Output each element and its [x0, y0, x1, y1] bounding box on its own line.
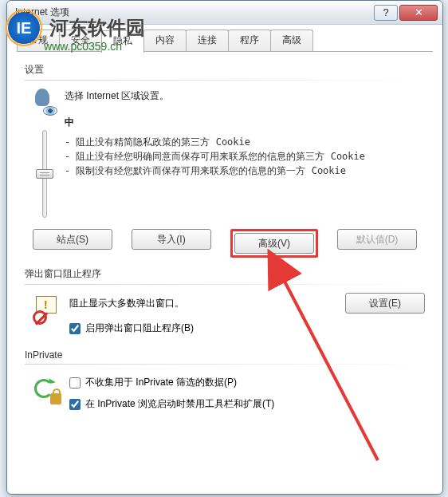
enable-popup-blocker-checkbox[interactable]: [69, 323, 81, 334]
select-zone-text: 选择 Internet 区域设置。: [65, 89, 425, 104]
tab-content-area: 设置 选择 Internet 区域设置。 中 - 阻止没有精简隐私政策的第三方 …: [7, 52, 442, 422]
divider: [25, 80, 425, 81]
internet-options-dialog: Internet 选项 ? ✕ 常规 安全 隐私 内容 连接 程序 高级 设置: [6, 0, 443, 495]
default-button: 默认值(D): [337, 229, 417, 250]
import-button[interactable]: 导入(I): [132, 229, 211, 250]
inprivate-no-collect-label: 不收集用于 InPrivate 筛选的数据(P): [85, 376, 237, 389]
divider: [25, 364, 425, 365]
tab-content[interactable]: 内容: [143, 30, 187, 52]
privacy-level-name: 中: [65, 115, 425, 130]
help-button[interactable]: ?: [374, 5, 398, 21]
titlebar: Internet 选项 ? ✕: [7, 1, 442, 25]
popup-blocker-group-label: 弹出窗口阻止程序: [25, 267, 425, 281]
sites-button[interactable]: 站点(S): [33, 229, 112, 250]
policy-item: - 阻止没有经您明确同意而保存可用来联系您的信息的第三方 Cookie: [65, 149, 425, 164]
inprivate-no-collect-checkbox[interactable]: [69, 377, 81, 389]
tab-general[interactable]: 常规: [17, 30, 60, 52]
inprivate-icon: [33, 376, 61, 404]
inprivate-disable-toolbars-label: 在 InPrivate 浏览启动时禁用工具栏和扩展(T): [85, 397, 274, 411]
privacy-settings-row: 选择 Internet 区域设置。 中 - 阻止没有精简隐私政策的第三方 Coo…: [25, 89, 425, 218]
settings-group-label: 设置: [25, 63, 425, 77]
popup-blocker-icon: !: [33, 296, 61, 325]
policy-list: - 阻止没有精简隐私政策的第三方 Cookie - 阻止没有经您明确同意而保存可…: [65, 135, 425, 178]
tab-advanced[interactable]: 高级: [270, 30, 313, 52]
tab-connections[interactable]: 连接: [186, 30, 229, 52]
privacy-level-slider[interactable]: [42, 130, 47, 218]
tab-security[interactable]: 安全: [59, 30, 102, 52]
close-button[interactable]: ✕: [399, 5, 438, 21]
tab-strip: 常规 安全 隐私 内容 连接 程序 高级: [7, 25, 442, 52]
highlight-annotation: 高级(V): [230, 229, 318, 258]
inprivate-group-label: InPrivate: [25, 349, 425, 361]
advanced-button[interactable]: 高级(V): [234, 233, 314, 254]
tab-programs[interactable]: 程序: [228, 30, 271, 52]
settings-button-row: 站点(S) 导入(I) 高级(V) 默认值(D): [25, 218, 425, 266]
tab-privacy[interactable]: 隐私: [101, 30, 144, 53]
popup-blocker-desc: 阻止显示大多数弹出窗口。: [69, 297, 184, 310]
popup-settings-button[interactable]: 设置(E): [345, 293, 425, 314]
enable-popup-blocker-row[interactable]: 启用弹出窗口阻止程序(B): [69, 321, 425, 335]
privacy-icon: [30, 89, 59, 117]
slider-thumb[interactable]: [36, 169, 53, 179]
inprivate-disable-toolbars-checkbox[interactable]: [69, 399, 81, 410]
inprivate-disable-toolbars-row[interactable]: 在 InPrivate 浏览启动时禁用工具栏和扩展(T): [69, 397, 425, 411]
policy-item: - 限制没有经您默许而保存可用来联系您的信息的第一方 Cookie: [65, 164, 425, 178]
enable-popup-blocker-label: 启用弹出窗口阻止程序(B): [85, 321, 194, 335]
inprivate-no-collect-row[interactable]: 不收集用于 InPrivate 筛选的数据(P): [69, 376, 425, 389]
divider: [25, 284, 425, 285]
policy-item: - 阻止没有精简隐私政策的第三方 Cookie: [65, 135, 425, 149]
dialog-title: Internet 选项: [12, 6, 372, 19]
